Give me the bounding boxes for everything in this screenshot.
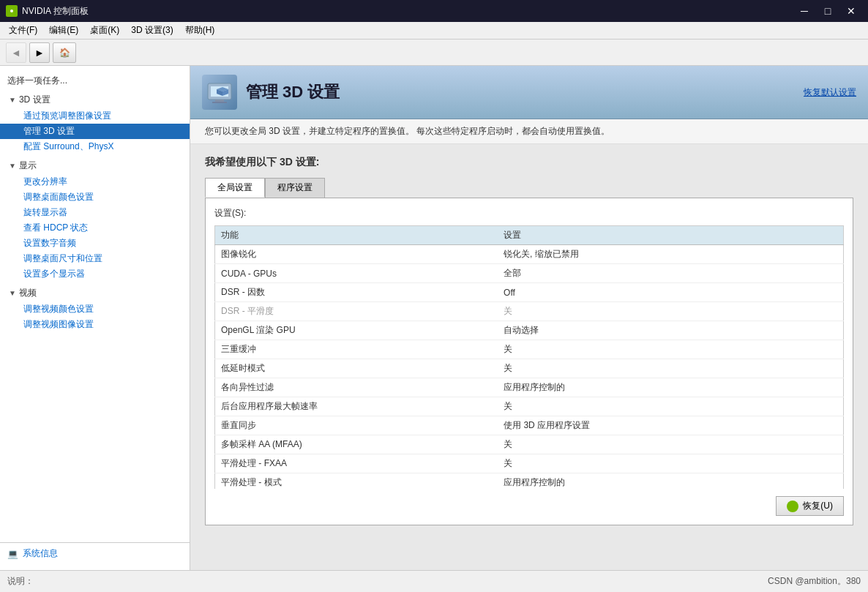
watermark: CSDN @ambition。380 <box>768 575 861 588</box>
restore-area: 恢复(U) <box>214 496 844 516</box>
tabs-bar: 全局设置 程序设置 <box>205 178 853 198</box>
forward-button[interactable]: ► <box>29 42 50 63</box>
tab-program[interactable]: 程序设置 <box>265 178 325 198</box>
title-bar: NVIDIA 控制面板 ─ □ ✕ <box>0 0 868 22</box>
sidebar: 选择一项任务... ▼ 3D 设置 通过预览调整图像设置 管理 3D 设置 配置… <box>0 66 190 570</box>
nvidia-dot-icon <box>787 501 798 512</box>
close-button[interactable]: ✕ <box>840 0 862 22</box>
title-text: NVIDIA 控制面板 <box>22 5 89 18</box>
menu-file[interactable]: 文件(F) <box>3 22 43 39</box>
table-row[interactable]: 后台应用程序最大帧速率关 <box>215 397 844 416</box>
sidebar-item-resolution[interactable]: 更改分辨率 <box>0 174 190 190</box>
maximize-button[interactable]: □ <box>817 0 839 22</box>
page-header-icon <box>202 75 237 110</box>
sidebar-item-desktop-size[interactable]: 调整桌面尺寸和位置 <box>0 251 190 266</box>
table-row[interactable]: 垂直同步使用 3D 应用程序设置 <box>215 416 844 435</box>
table-row[interactable]: OpenGL 渲染 GPU自动选择 <box>215 321 844 340</box>
expand-icon-3d: ▼ <box>9 96 16 104</box>
status-desc-label: 说明： <box>7 575 34 588</box>
wish-label: 我希望使用以下 3D 设置: <box>205 156 853 169</box>
panel-content: 我希望使用以下 3D 设置: 全局设置 程序设置 设置(S): 功能 设置 <box>190 144 868 570</box>
table-row[interactable]: 图像锐化锐化关, 缩放已禁用 <box>215 245 844 264</box>
table-cell-value: 全部 <box>498 264 843 283</box>
page-header-left: 管理 3D 设置 <box>202 75 340 110</box>
table-cell-value: 锐化关, 缩放已禁用 <box>498 245 843 264</box>
app-icon <box>6 5 18 17</box>
tree-group-video-text: 视频 <box>19 287 37 299</box>
main-layout: 选择一项任务... ▼ 3D 设置 通过预览调整图像设置 管理 3D 设置 配置… <box>0 66 868 570</box>
table-cell-value: 关 <box>498 454 843 473</box>
tree-group-video: ▼ 视频 调整视频颜色设置 调整视频图像设置 <box>0 283 190 334</box>
table-cell-feature: DSR - 因数 <box>215 283 498 302</box>
table-row[interactable]: CUDA - GPUs全部 <box>215 264 844 283</box>
status-bar: 说明： CSDN @ambition。380 <box>0 570 868 592</box>
table-cell-feature: 多帧采样 AA (MFAA) <box>215 435 498 454</box>
table-cell-feature: 图像锐化 <box>215 245 498 264</box>
restore-button[interactable]: 恢复(U) <box>776 496 844 516</box>
table-cell-feature: 后台应用程序最大帧速率 <box>215 397 498 416</box>
svg-rect-3 <box>215 100 224 102</box>
table-row[interactable]: 各向异性过滤应用程序控制的 <box>215 378 844 397</box>
tree-group-3d-label: ▼ 3D 设置 <box>0 91 190 108</box>
sidebar-item-video-image[interactable]: 调整视频图像设置 <box>0 317 190 332</box>
table-cell-value: 自动选择 <box>498 321 843 340</box>
restore-default-button[interactable]: 恢复默认设置 <box>804 86 856 99</box>
tree-group-video-label: ▼ 视频 <box>0 285 190 301</box>
settings-scrollable[interactable]: 功能 设置 图像锐化锐化关, 缩放已禁用CUDA - GPUs全部DSR - 因… <box>214 225 844 489</box>
settings-label: 设置(S): <box>214 207 844 220</box>
menu-edit[interactable]: 编辑(E) <box>43 22 84 39</box>
table-cell-feature: 低延时模式 <box>215 359 498 378</box>
table-row[interactable]: 低延时模式关 <box>215 359 844 378</box>
description-bar: 您可以更改全局 3D 设置，并建立特定程序的置换值。 每次这些特定程序启动时，都… <box>190 119 868 144</box>
svg-point-0 <box>10 10 13 12</box>
table-cell-value: 关 <box>498 359 843 378</box>
sidebar-item-surround[interactable]: 配置 Surround、PhysX <box>0 139 190 154</box>
restore-btn-label: 恢复(U) <box>803 500 833 512</box>
table-row[interactable]: 三重缓冲关 <box>215 340 844 359</box>
expand-icon-display: ▼ <box>9 162 16 170</box>
table-cell-value: 应用程序控制的 <box>498 473 843 490</box>
sidebar-sysinfo[interactable]: 💻 系统信息 <box>0 542 190 564</box>
table-row[interactable]: DSR - 因数Off <box>215 283 844 302</box>
table-row[interactable]: 平滑处理 - 模式应用程序控制的 <box>215 473 844 490</box>
table-cell-feature: 三重缓冲 <box>215 340 498 359</box>
back-button[interactable]: ◄ <box>6 42 26 63</box>
tree-group-3d: ▼ 3D 设置 通过预览调整图像设置 管理 3D 设置 配置 Surround、… <box>0 90 190 156</box>
sidebar-item-video-color[interactable]: 调整视频颜色设置 <box>0 301 190 317</box>
table-row[interactable]: DSR - 平滑度关 <box>215 302 844 321</box>
toolbar: ◄ ► 🏠 <box>0 40 868 66</box>
sidebar-item-rotate[interactable]: 旋转显示器 <box>0 205 190 220</box>
sidebar-item-multi-display[interactable]: 设置多个显示器 <box>0 266 190 282</box>
table-cell-value: 应用程序控制的 <box>498 378 843 397</box>
tab-global[interactable]: 全局设置 <box>205 178 265 198</box>
svg-rect-4 <box>212 102 227 103</box>
table-cell-value: 关 <box>498 397 843 416</box>
table-cell-feature: 各向异性过滤 <box>215 378 498 397</box>
menu-desktop[interactable]: 桌面(K) <box>84 22 125 39</box>
sidebar-item-color[interactable]: 调整桌面颜色设置 <box>0 190 190 205</box>
sidebar-item-audio[interactable]: 设置数字音频 <box>0 236 190 251</box>
table-cell-value: Off <box>498 283 843 302</box>
menu-help[interactable]: 帮助(H) <box>179 22 221 39</box>
sysinfo-label: 系统信息 <box>23 547 58 560</box>
table-row[interactable]: 多帧采样 AA (MFAA)关 <box>215 435 844 454</box>
table-cell-feature: 垂直同步 <box>215 416 498 435</box>
tree-group-display-text: 显示 <box>19 160 37 172</box>
col-feature: 功能 <box>215 226 498 245</box>
table-cell-feature: DSR - 平滑度 <box>215 302 498 321</box>
menu-bar: 文件(F) 编辑(E) 桌面(K) 3D 设置(3) 帮助(H) <box>0 22 868 40</box>
page-header: 管理 3D 设置 恢复默认设置 <box>190 66 868 119</box>
sidebar-item-preview[interactable]: 通过预览调整图像设置 <box>0 108 190 124</box>
sidebar-item-hdcp[interactable]: 查看 HDCP 状态 <box>0 220 190 236</box>
home-button[interactable]: 🏠 <box>53 42 76 63</box>
table-row[interactable]: 平滑处理 - FXAA关 <box>215 454 844 473</box>
sidebar-item-manage3d[interactable]: 管理 3D 设置 <box>0 124 190 139</box>
page-title: 管理 3D 设置 <box>246 81 340 103</box>
table-cell-feature: CUDA - GPUs <box>215 264 498 283</box>
settings-table: 功能 设置 图像锐化锐化关, 缩放已禁用CUDA - GPUs全部DSR - 因… <box>214 225 844 489</box>
sidebar-task-label: 选择一项任务... <box>0 72 190 90</box>
table-cell-value: 使用 3D 应用程序设置 <box>498 416 843 435</box>
menu-3d[interactable]: 3D 设置(3) <box>125 22 179 39</box>
table-cell-feature: 平滑处理 - FXAA <box>215 454 498 473</box>
minimize-button[interactable]: ─ <box>793 0 815 22</box>
